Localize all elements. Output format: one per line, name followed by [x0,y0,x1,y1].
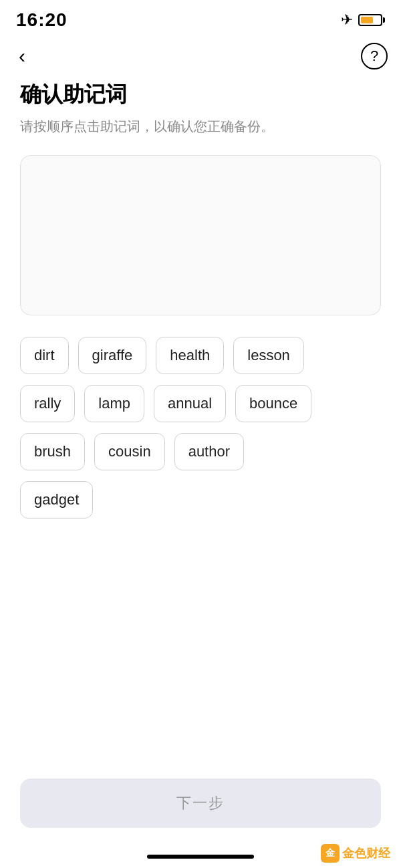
status-time: 16:20 [16,9,68,31]
word-chip-lesson[interactable]: lesson [233,337,304,374]
word-chip-annual[interactable]: annual [154,385,226,422]
word-chip-cousin[interactable]: cousin [94,433,165,470]
back-button[interactable]: ‹ [13,43,31,69]
word-chip-dirt[interactable]: dirt [20,337,69,374]
watermark-icon: 金 [321,844,340,863]
battery-fill [361,17,373,23]
home-indicator [147,855,254,859]
watermark-text: 金色财经 [342,845,390,861]
next-button[interactable]: 下一步 [20,778,381,828]
battery-tip [383,17,385,23]
battery-icon [358,14,385,26]
battery-body [358,14,382,26]
word-chip-gadget[interactable]: gadget [20,481,93,519]
nav-bar: ‹ ? [0,37,401,80]
word-chip-bounce[interactable]: bounce [235,385,311,422]
airplane-icon: ✈ [341,11,353,29]
word-chips-row-3: brushcousinauthor [20,433,381,470]
watermark: 金 金色财经 [321,844,390,863]
mnemonic-display-area [20,155,381,315]
word-chip-health[interactable]: health [156,337,224,374]
help-button[interactable]: ? [361,43,388,69]
word-chip-author[interactable]: author [174,433,244,470]
word-chips-row-1: dirtgiraffehealthlesson [20,337,381,374]
status-icons: ✈ [341,11,385,29]
word-chips-row-2: rallylampannualbounce [20,385,381,422]
page-content: 确认助记词 请按顺序点击助记词，以确认您正确备份。 dirtgiraffehea… [0,80,401,519]
word-chip-lamp[interactable]: lamp [84,385,144,422]
word-chip-brush[interactable]: brush [20,433,85,470]
next-button-wrapper: 下一步 [20,778,381,828]
word-chip-rally[interactable]: rally [20,385,75,422]
status-bar: 16:20 ✈ [0,0,401,37]
word-chip-giraffe[interactable]: giraffe [78,337,147,374]
word-chips-row-4: gadget [20,481,381,519]
page-title: 确认助记词 [20,80,381,110]
page-subtitle: 请按顺序点击助记词，以确认您正确备份。 [20,116,381,136]
